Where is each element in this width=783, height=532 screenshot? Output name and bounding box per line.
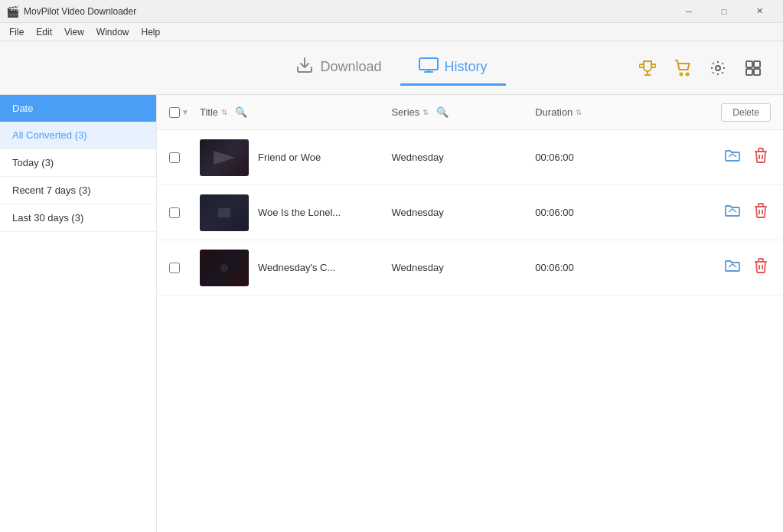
row-2-delete-button[interactable] — [751, 200, 771, 225]
row-1-duration: 00:06:00 — [535, 152, 679, 163]
row-1-checkbox-cell — [169, 152, 200, 163]
row-3-open-folder-button[interactable] — [722, 256, 743, 279]
close-button[interactable]: ✕ — [742, 0, 777, 23]
row-1-title: Friend or Woe — [258, 152, 321, 163]
table-header: ▼ Title ⇅ 🔍 Series ⇅ 🔍 Duration ⇅ Delete — [157, 95, 783, 130]
th-series-label: Series — [391, 106, 419, 118]
main-content: Date All Converted (3) Today (3) Recent … — [0, 95, 783, 532]
th-checkbox: ▼ — [169, 107, 200, 118]
app-icon: 🎬 — [6, 5, 19, 18]
svg-rect-2 — [419, 58, 438, 70]
nav-tabs: Download History — [277, 50, 505, 86]
row-2-series: Wednesday — [391, 207, 535, 218]
sidebar-header: Date — [0, 95, 156, 122]
row-3-title-cell: Wednesday's C... — [200, 250, 391, 286]
svg-rect-13 — [754, 69, 760, 75]
svg-rect-11 — [754, 61, 760, 67]
menu-help[interactable]: Help — [135, 25, 167, 39]
svg-point-22 — [220, 264, 228, 272]
grid-button[interactable] — [739, 54, 768, 83]
row-2-thumbnail — [200, 194, 249, 231]
select-all-checkbox[interactable] — [169, 107, 180, 118]
row-2-checkbox-cell — [169, 207, 200, 218]
row-2-actions — [679, 200, 771, 225]
table-row: Woe Is the Lonel... Wednesday 00:06:00 — [157, 185, 783, 240]
sidebar-item-last-30[interactable]: Last 30 days (3) — [0, 204, 156, 232]
row-2-checkbox[interactable] — [169, 207, 180, 218]
th-series: Series ⇅ 🔍 — [391, 106, 535, 118]
row-3-duration: 00:06:00 — [535, 262, 679, 273]
menu-window[interactable]: Window — [90, 25, 135, 39]
row-2-duration: 00:06:00 — [535, 207, 679, 218]
th-title: Title ⇅ 🔍 — [200, 106, 391, 118]
app-title: MovPilot Video Downloader — [24, 6, 136, 17]
svg-rect-12 — [746, 69, 752, 75]
table-row: Friend or Woe Wednesday 00:06:00 — [157, 130, 783, 185]
duration-sort-icon[interactable]: ⇅ — [576, 108, 582, 116]
th-duration-label: Duration — [535, 106, 573, 118]
title-search-icon[interactable]: 🔍 — [235, 106, 247, 118]
history-icon — [419, 57, 439, 77]
row-2-open-folder-button[interactable] — [722, 201, 743, 224]
cart-button[interactable] — [668, 54, 697, 83]
row-1-title-cell: Friend or Woe — [200, 139, 391, 176]
row-1-checkbox[interactable] — [169, 152, 180, 163]
maximize-button[interactable]: □ — [706, 0, 742, 23]
title-bar: 🎬 MovPilot Video Downloader ─ □ ✕ — [0, 0, 783, 23]
svg-point-7 — [680, 73, 683, 75]
title-bar-controls: ─ □ ✕ — [671, 0, 777, 23]
menu-bar: File Edit View Window Help — [0, 23, 783, 41]
sidebar-item-today[interactable]: Today (3) — [0, 149, 156, 177]
tab-download-label: Download — [320, 59, 381, 75]
title-sort-icon[interactable]: ⇅ — [221, 108, 227, 116]
download-icon — [295, 56, 314, 78]
top-nav: Download History — [0, 41, 783, 95]
row-3-thumbnail — [200, 250, 249, 286]
table-row: Wednesday's C... Wednesday 00:06:00 — [157, 240, 783, 295]
sidebar: Date All Converted (3) Today (3) Recent … — [0, 95, 157, 532]
tab-download[interactable]: Download — [277, 50, 400, 86]
svg-point-8 — [687, 73, 689, 75]
row-1-thumbnail — [200, 139, 249, 176]
title-bar-left: 🎬 MovPilot Video Downloader — [6, 5, 136, 18]
row-1-actions — [679, 145, 771, 170]
trophy-button[interactable] — [633, 54, 662, 83]
nav-tools — [633, 54, 768, 83]
content-area: ▼ Title ⇅ 🔍 Series ⇅ 🔍 Duration ⇅ Delete — [157, 95, 783, 532]
settings-button[interactable] — [703, 54, 732, 83]
menu-view[interactable]: View — [58, 25, 90, 39]
row-2-title-cell: Woe Is the Lonel... — [200, 194, 391, 231]
row-1-series: Wednesday — [391, 152, 535, 163]
tab-history-label: History — [445, 59, 488, 75]
svg-rect-1 — [298, 71, 312, 73]
tab-history[interactable]: History — [400, 51, 506, 86]
th-title-label: Title — [200, 106, 218, 118]
row-3-actions — [679, 255, 771, 280]
row-3-title: Wednesday's C... — [258, 262, 335, 273]
table-body: Friend or Woe Wednesday 00:06:00 — [157, 130, 783, 532]
menu-file[interactable]: File — [3, 25, 30, 39]
svg-point-9 — [716, 66, 720, 70]
delete-button[interactable]: Delete — [721, 103, 771, 122]
row-3-delete-button[interactable] — [751, 255, 771, 280]
row-3-checkbox-cell — [169, 263, 200, 273]
svg-rect-18 — [218, 208, 230, 217]
th-actions: Delete — [679, 103, 771, 122]
th-duration: Duration ⇅ — [535, 106, 679, 118]
sidebar-item-all-converted[interactable]: All Converted (3) — [0, 122, 156, 149]
row-3-checkbox[interactable] — [169, 263, 180, 273]
row-1-delete-button[interactable] — [751, 145, 771, 170]
series-search-icon[interactable]: 🔍 — [436, 106, 449, 118]
row-3-series: Wednesday — [391, 262, 535, 273]
sidebar-item-recent-7[interactable]: Recent 7 days (3) — [0, 177, 156, 204]
series-sort-icon[interactable]: ⇅ — [422, 108, 429, 116]
row-1-open-folder-button[interactable] — [722, 145, 743, 169]
row-2-title: Woe Is the Lonel... — [258, 207, 341, 218]
svg-rect-10 — [746, 61, 752, 67]
minimize-button[interactable]: ─ — [671, 0, 706, 23]
menu-edit[interactable]: Edit — [30, 25, 58, 39]
